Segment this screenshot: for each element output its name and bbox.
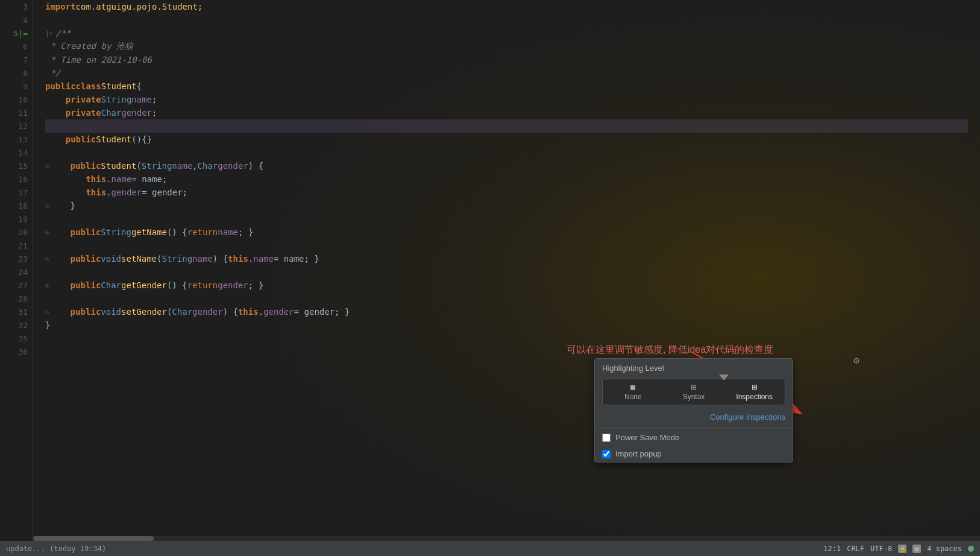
inspections-label: Inspections [736, 393, 773, 401]
code-line-16: this.name = name; [45, 172, 968, 186]
import-popup-label: Import popup [615, 449, 662, 458]
code-line-7: * Time on 2021-10-06 [45, 53, 968, 66]
import-popup-checkbox[interactable] [602, 450, 611, 458]
cursor-position: 12:1 [823, 545, 841, 553]
slider-option-none[interactable]: ◼ None [603, 379, 664, 405]
none-icon: ◼ [630, 383, 636, 391]
line-num-11: 13 [0, 133, 33, 146]
code-line-15: ⊖ public Student(String name, Char gende… [45, 159, 968, 172]
line-num-3: 5|= [0, 27, 33, 40]
line-num-8: 10 [0, 93, 33, 106]
line-num-20: 23 [0, 252, 33, 265]
code-line-4 [45, 13, 968, 27]
code-line-14 [45, 146, 968, 159]
line-num-25: 32 [0, 318, 33, 332]
indent-info: 4 spaces [927, 545, 962, 553]
line-num-13: 15 [0, 159, 33, 172]
line-num-2: 4 [0, 13, 33, 27]
inspections-icon: ⊞ [752, 383, 758, 391]
line-num-5: 7 [0, 53, 33, 66]
power-save-mode-checkbox[interactable] [602, 434, 611, 442]
code-line-18: ⊖ } [45, 199, 968, 212]
line-num-10: 12 [0, 119, 33, 133]
configure-inspections-link[interactable]: Configure inspections [595, 410, 793, 426]
code-line-17: this.gender = gender; [45, 186, 968, 199]
none-label: None [624, 393, 642, 401]
popup-divider [595, 428, 793, 428]
line-num-22: 27 [0, 279, 33, 292]
popup-title: Highlighting Level [595, 359, 793, 376]
line-num-14: 16 [0, 172, 33, 186]
power-save-mode-label: Power Save Mode [615, 433, 679, 442]
scroll-thumb[interactable] [33, 536, 154, 541]
code-line-20: ⊖ public String getName() { return name;… [45, 226, 968, 239]
line-num-12: 14 [0, 146, 33, 159]
line-num-16: 18 [0, 199, 33, 212]
code-line-19 [45, 212, 968, 226]
status-bar-right: 12:1 CRLF UTF-8 🔒 ⊞ 4 spaces [823, 545, 974, 553]
gear-icon[interactable]: ⚙ [853, 355, 859, 366]
slider-option-syntax[interactable]: ⊞ Syntax [664, 379, 724, 405]
slider-option-inspections[interactable]: ⊞ Inspections [724, 379, 785, 405]
line-num-17: 19 [0, 212, 33, 226]
code-editor[interactable]: import com.atguigu.pojo.Student; |=/** *… [33, 0, 980, 538]
line-num-21: 24 [0, 265, 33, 279]
code-line-27 [45, 265, 968, 279]
update-status-text: update... (today 19:34) [6, 545, 106, 553]
indent-icon: ⊞ [912, 545, 921, 553]
line-num-6: 8 [0, 66, 33, 80]
line-num-24: 31 [0, 305, 33, 318]
code-line-28: ⊖ public Char getGender() { return gende… [45, 279, 968, 292]
syntax-label: Syntax [683, 393, 705, 401]
code-line-11: private Char gender; [45, 106, 968, 119]
highlighting-level-popup: Highlighting Level ◼ None ⊞ Syntax ⊞ Ins… [594, 358, 793, 463]
code-line-8: */ [45, 66, 968, 80]
line-num-15: 17 [0, 186, 33, 199]
code-line-5: |=/** [45, 27, 968, 40]
slider-thumb-indicator [719, 374, 729, 381]
line-num-23: 28 [0, 292, 33, 305]
code-line-23 [45, 239, 968, 252]
status-indicator-dot [968, 546, 974, 552]
code-line-3: import com.atguigu.pojo.Student; [45, 0, 968, 13]
code-line-10: private String name; [45, 93, 968, 106]
code-line-31 [45, 292, 968, 305]
code-line-12 [45, 119, 968, 133]
code-line-13: public Student(){} [45, 133, 968, 146]
power-save-mode-item[interactable]: Power Save Mode [595, 429, 793, 446]
line-num-26: 35 [0, 332, 33, 345]
code-line-24: ⊖ public void setName(String name) { thi… [45, 252, 968, 265]
encoding-icon: 🔒 [898, 545, 906, 553]
code-line-32: ⊖ public void setGender(Char gender) { t… [45, 305, 968, 318]
code-line-35: } [45, 318, 968, 332]
status-bar-left: update... (today 19:34) [6, 545, 814, 553]
status-bar: update... (today 19:34) 12:1 CRLF UTF-8 … [0, 541, 980, 556]
line-ending: CRLF [847, 545, 864, 553]
line-numbers-column: 3 4 5|= 6 7 8 9 10 11 12 13 14 15 16 17 … [0, 0, 33, 556]
horizontal-scrollbar[interactable] [33, 536, 980, 541]
syntax-icon: ⊞ [691, 383, 697, 391]
line-num-9: 11 [0, 106, 33, 119]
code-line-6: * Created by 沧狼 [45, 40, 968, 53]
line-num-1: 3 [0, 0, 33, 13]
code-line-36 [45, 332, 968, 345]
line-num-19: 21 [0, 239, 33, 252]
import-popup-item[interactable]: Import popup [595, 446, 793, 462]
line-num-7: 9 [0, 80, 33, 93]
line-num-18: 20 [0, 226, 33, 239]
line-num-27: 36 [0, 345, 33, 358]
line-num-4: 6 [0, 40, 33, 53]
code-line-9: public class Student { [45, 80, 968, 93]
highlighting-slider[interactable]: ◼ None ⊞ Syntax ⊞ Inspections [602, 379, 785, 405]
encoding: UTF-8 [870, 545, 892, 553]
